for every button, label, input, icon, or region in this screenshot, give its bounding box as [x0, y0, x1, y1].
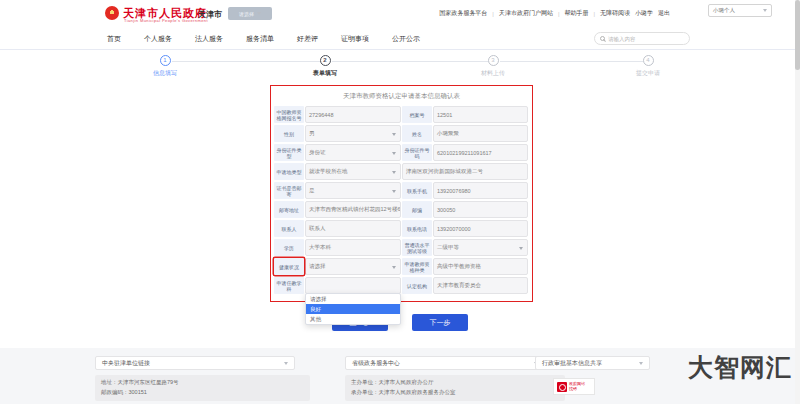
input-contact-person[interactable]: 联系人: [305, 220, 401, 237]
form-row: 身份证件类型 身份证 身份证件号码 620102199211091617: [274, 144, 529, 161]
select-cert-mail[interactable]: 是: [305, 182, 401, 199]
footer-address-line: 地址：天津市河东区红星路79号: [101, 378, 304, 388]
form-title: 天津市教师资格认定申请基本信息确认表: [274, 90, 529, 102]
nav-item-personal[interactable]: 个人服务: [144, 34, 172, 44]
select-apply-area-type[interactable]: 就读学校所在地: [305, 163, 401, 180]
link-accessibility[interactable]: 无障碍阅读: [600, 9, 630, 18]
separator: |: [593, 11, 595, 17]
input-mail-address[interactable]: 天津市西青区精武镇付村花园12号楼606: [305, 201, 401, 218]
input-authority[interactable]: 天津市教育委员会: [433, 277, 528, 294]
form-row: 联系人 联系人 联系电话 13920070000: [274, 220, 529, 237]
label-authority: 认定机构: [402, 277, 432, 294]
input-registration-no[interactable]: 27296448: [305, 106, 401, 123]
select-gender[interactable]: 男: [305, 125, 401, 142]
nav-item-certificates[interactable]: 证明事项: [341, 34, 369, 44]
input-mobile[interactable]: 13920076980: [433, 182, 528, 199]
search-box[interactable]: [594, 32, 690, 45]
gov-site-error-report-badge[interactable]: 政府网站 找错: [553, 378, 595, 395]
form-row: 申请地类型 就读学校所在地 津南区双河街新国际城双港二号: [274, 163, 529, 180]
label-postcode: 邮编: [402, 201, 432, 218]
label-cert-mail: 证书是否邮寄: [274, 182, 304, 199]
government-emblem-icon: [105, 6, 119, 20]
link-portal-site[interactable]: 天津市政府门户网站: [499, 9, 553, 18]
label-file-no: 档案号: [402, 106, 432, 123]
label-contact-person: 联系人: [274, 220, 304, 237]
select-id-type[interactable]: 身份证: [305, 144, 401, 161]
label-name: 姓名: [402, 125, 432, 142]
footer-select-label: 行政审批基本信息共享: [542, 359, 602, 368]
logout-link[interactable]: 退出: [658, 9, 670, 18]
health-status-dropdown: 请选择 良好 其他: [305, 293, 401, 325]
step-label: 表单填写: [285, 69, 365, 78]
step-2-form: 2 表单填写: [285, 55, 365, 78]
footer-select-central-links[interactable]: 中央驻津单位链接: [95, 356, 295, 370]
link-help-manual[interactable]: 帮助手册: [564, 9, 588, 18]
next-step-button[interactable]: 下一步: [412, 314, 468, 331]
select-mandarin-level[interactable]: 二级甲等: [433, 239, 528, 256]
nav-item-service-list[interactable]: 服务清单: [246, 34, 274, 44]
footer-postcode-line: 邮政编码：300151: [101, 388, 304, 398]
footer-select-provincial-centers[interactable]: 省级政务服务中心: [345, 356, 545, 370]
label-contact-phone: 联系电话: [402, 220, 432, 237]
input-id-number[interactable]: 620102199211091617: [433, 144, 528, 161]
input-contact-phone[interactable]: 13920070000: [433, 220, 528, 237]
step-1-info: 1 信息填写: [125, 55, 205, 78]
footer-address-block: 地址：天津市河东区红星路79号 邮政编码：300151: [95, 375, 310, 401]
search-input[interactable]: [608, 36, 683, 42]
form-row: 中国教师资格网报名号 27296448 档案号 12501: [274, 106, 529, 123]
chevron-down-icon: [763, 9, 767, 12]
nav-item-legal[interactable]: 法人服务: [195, 34, 223, 44]
step-number: 3: [488, 55, 499, 66]
input-school-address[interactable]: 津南区双河街新国际城双港二号: [402, 163, 528, 180]
label-education: 学历: [274, 239, 304, 256]
label-registration-no: 中国教师资格网报名号: [274, 106, 304, 123]
region-selector[interactable]: 请选择: [228, 7, 272, 20]
step-number: 1: [160, 55, 171, 66]
city-label: 天津市: [198, 9, 222, 20]
main-nav: 首页 个人服务 法人服务 服务清单 好差评 证明事项 公开公示: [0, 28, 800, 50]
input-cert-kind[interactable]: 高级中学教师资格: [433, 258, 528, 275]
step-label: 提交申请: [608, 69, 688, 78]
footer-select-approval-info[interactable]: 行政审批基本信息共享: [535, 356, 650, 370]
label-mail-address: 邮寄地址: [274, 201, 304, 218]
form-row: 邮寄地址 天津市西青区精武镇付村花园12号楼606 邮编 300050: [274, 201, 529, 218]
step-number: 4: [643, 55, 654, 66]
footer-host-line: 主办单位：天津市人民政府办公厅: [351, 378, 559, 388]
scrollbar-thumb[interactable]: [795, 0, 800, 70]
nav-item-publicity[interactable]: 公开公示: [392, 34, 420, 44]
nav-item-review[interactable]: 好差评: [297, 34, 318, 44]
gov-badge-icon: [557, 382, 567, 392]
page-footer: 中央驻津单位链接 地址：天津市河东区红星路79号 邮政编码：300151 省级政…: [0, 348, 800, 404]
label-mobile: 联系手机: [402, 182, 432, 199]
form-row: 性别 男 姓名 小璐聚聚: [274, 125, 529, 142]
region-selector-label: 请选择: [239, 11, 254, 17]
account-dropdown[interactable]: 小璐个人: [708, 4, 772, 17]
label-mandarin-level: 普通话水平测试等级: [402, 239, 432, 256]
dropdown-option-placeholder[interactable]: 请选择: [306, 294, 400, 304]
watermark-text: 大智网汇: [688, 351, 792, 384]
user-shortcut[interactable]: 小璐学: [635, 9, 653, 18]
step-3-upload: 3 材料上传: [453, 55, 533, 78]
input-name[interactable]: 小璐聚聚: [433, 125, 528, 142]
label-gender: 性别: [274, 125, 304, 142]
input-postcode[interactable]: 300050: [433, 201, 528, 218]
chevron-down-icon: [284, 362, 288, 365]
label-cert-kind: 申请教师资格种类: [402, 258, 432, 275]
input-file-no[interactable]: 12501: [433, 106, 528, 123]
select-health-status[interactable]: 请选择: [305, 258, 401, 275]
link-national-platform[interactable]: 国家政务服务平台: [439, 9, 487, 18]
label-id-number: 身份证件号码: [402, 144, 432, 161]
dropdown-option-other[interactable]: 其他: [306, 314, 400, 324]
form-row: 申请任教学科 认定机构 天津市教育委员会: [274, 277, 529, 294]
label-teaching-subject: 申请任教学科: [274, 277, 304, 294]
input-teaching-subject[interactable]: [305, 277, 401, 294]
chevron-down-icon: [639, 362, 643, 365]
scrollbar-track[interactable]: [795, 0, 800, 404]
separator: |: [558, 11, 560, 17]
input-education[interactable]: 大学本科: [305, 239, 401, 256]
dropdown-option-good[interactable]: 良好: [306, 304, 400, 314]
top-links: 国家政务服务平台 | 天津市政府门户网站 | 帮助手册 | 无障碍阅读 小璐学 …: [439, 9, 670, 18]
step-number: 2: [320, 55, 331, 66]
nav-item-home[interactable]: 首页: [107, 34, 121, 44]
form-row: 学历 大学本科 普通话水平测试等级 二级甲等: [274, 239, 529, 256]
